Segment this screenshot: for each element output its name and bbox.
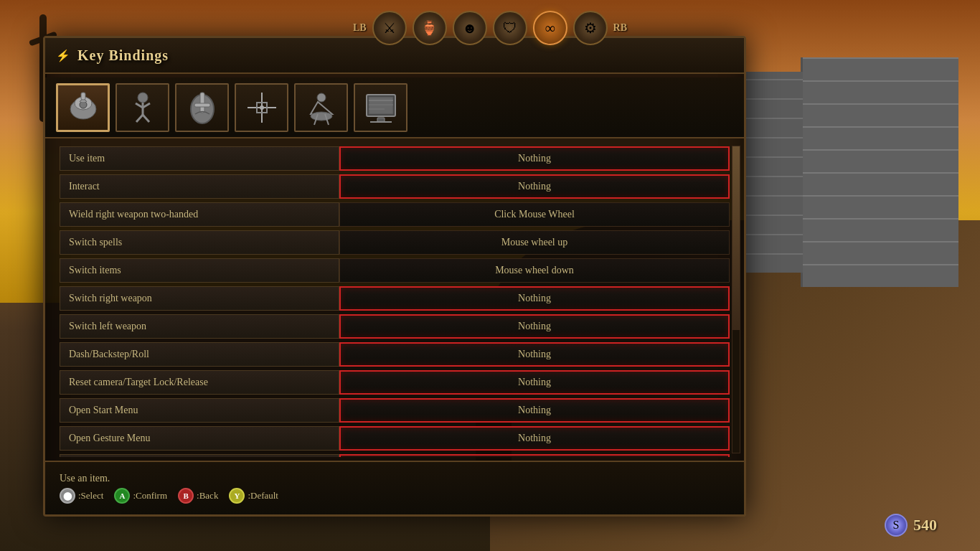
binding-row-switch-items: Switch items Mouse wheel down <box>60 258 730 283</box>
control-select: ⬤ :Select <box>60 488 103 504</box>
binding-row-start-menu: Open Start Menu Nothing <box>60 397 730 423</box>
svg-point-16 <box>260 105 264 110</box>
svg-point-18 <box>311 112 332 121</box>
binding-action-use-item: Use item <box>60 146 339 171</box>
category-tabs <box>45 77 744 138</box>
binding-row-jump: Jump Nothing <box>60 453 730 457</box>
binding-action-switch-left-weapon: Switch left weapon <box>60 314 339 339</box>
movement-category-icon <box>125 89 161 126</box>
stone-wall <box>801 57 958 287</box>
binding-action-gesture-menu: Open Gesture Menu <box>60 426 339 451</box>
svg-line-8 <box>136 115 143 122</box>
binding-row-gesture-menu: Open Gesture Menu Nothing <box>60 425 730 451</box>
binding-row-switch-left-weapon: Switch left weapon Nothing <box>60 314 730 339</box>
cat-tab-combat[interactable] <box>175 83 229 132</box>
cat-tab-roll[interactable] <box>294 83 348 132</box>
cat-tab-screen[interactable] <box>354 83 407 132</box>
cat-tab-movement[interactable] <box>116 83 169 132</box>
hint-text: Use an item. <box>60 473 730 484</box>
binding-row-wield-right: Wield right weapon two-handed Click Mous… <box>60 202 730 227</box>
currency-display: S 540 <box>885 514 937 537</box>
cat-tab-cursor[interactable] <box>235 83 288 132</box>
panel-title: Key Bindings <box>77 47 169 64</box>
svg-point-4 <box>138 93 148 103</box>
svg-rect-3 <box>81 93 85 100</box>
binding-action-start-menu: Open Start Menu <box>60 398 339 423</box>
bindings-list: Use item Nothing Interact Nothing Wield … <box>45 142 744 457</box>
binding-row-dash: Dash/Backstep/Roll Nothing <box>60 342 730 367</box>
binding-key-switch-items[interactable]: Mouse wheel down <box>339 258 730 283</box>
binding-key-gesture-menu[interactable]: Nothing <box>339 426 730 451</box>
control-default: Y :Default <box>229 488 278 504</box>
nav-right-label: RB <box>613 22 627 34</box>
control-confirm: A :Confirm <box>114 488 167 504</box>
nav-icon-armor[interactable]: 🛡 <box>493 11 527 45</box>
binding-action-wield-right: Wield right weapon two-handed <box>60 202 339 227</box>
binding-action-switch-right-weapon: Switch right weapon <box>60 286 339 311</box>
binding-action-switch-items: Switch items <box>60 258 339 283</box>
svg-line-9 <box>143 115 149 122</box>
panel-title-icon: ⚡ <box>56 49 70 62</box>
svg-point-17 <box>317 93 326 102</box>
binding-action-dash: Dash/Backstep/Roll <box>60 342 339 367</box>
nav-icon-sword[interactable]: ⚔ <box>372 11 407 45</box>
combat-category-icon <box>184 89 220 126</box>
binding-key-jump[interactable]: Nothing <box>339 454 730 457</box>
back-label: :Back <box>197 490 218 501</box>
svg-rect-20 <box>369 97 393 114</box>
scroll-bar[interactable] <box>732 146 740 453</box>
control-back: B :Back <box>178 488 218 504</box>
binding-action-interact: Interact <box>60 174 339 199</box>
default-button-icon: Y <box>229 488 245 504</box>
nav-icon-head[interactable]: ☻ <box>453 11 487 45</box>
binding-action-reset-camera: Reset camera/Target Lock/Release <box>60 370 339 395</box>
binding-row-switch-spells: Switch spells Mouse wheel up <box>60 230 730 255</box>
main-panel: ⚡ Key Bindings <box>43 36 746 517</box>
select-label: :Select <box>78 490 103 501</box>
binding-key-wield-right[interactable]: Click Mouse Wheel <box>339 202 730 227</box>
binding-row-interact: Interact Nothing <box>60 174 730 199</box>
items-category-icon <box>65 89 101 126</box>
roll-category-icon <box>303 89 339 126</box>
binding-row-use-item: Use item Nothing <box>60 146 730 171</box>
binding-key-switch-left-weapon[interactable]: Nothing <box>339 314 730 339</box>
nav-icon-gear[interactable]: ⚙ <box>573 11 608 45</box>
binding-key-switch-spells[interactable]: Mouse wheel up <box>339 230 730 255</box>
binding-row-reset-camera: Reset camera/Target Lock/Release Nothing <box>60 369 730 395</box>
svg-point-2 <box>80 101 87 108</box>
controls-row: ⬤ :Select A :Confirm B :Back Y :Default <box>60 488 730 504</box>
binding-action-switch-spells: Switch spells <box>60 230 339 255</box>
binding-row-switch-right-weapon: Switch right weapon Nothing <box>60 286 730 311</box>
svg-rect-11 <box>200 93 204 113</box>
currency-symbol: S <box>893 519 900 532</box>
binding-key-use-item[interactable]: Nothing <box>339 146 730 171</box>
binding-key-switch-right-weapon[interactable]: Nothing <box>339 286 730 311</box>
binding-key-interact[interactable]: Nothing <box>339 174 730 199</box>
currency-amount: 540 <box>913 516 937 534</box>
top-navigation: LB ⚔ 🏺 ☻ 🛡 ∞ ⚙ RB <box>353 11 627 45</box>
svg-rect-12 <box>194 103 210 107</box>
cursor-category-icon <box>244 89 280 126</box>
bottom-bar: Use an item. ⬤ :Select A :Confirm B :Bac… <box>45 461 744 514</box>
cat-tab-items[interactable] <box>56 83 110 132</box>
back-button-icon: B <box>178 488 194 504</box>
screen-category-icon <box>363 89 399 126</box>
confirm-button-icon: A <box>114 488 130 504</box>
currency-icon: S <box>885 514 908 537</box>
nav-left-label: LB <box>353 22 367 34</box>
binding-action-jump: Jump <box>60 454 339 457</box>
binding-key-reset-camera[interactable]: Nothing <box>339 370 730 395</box>
binding-key-start-menu[interactable]: Nothing <box>339 398 730 423</box>
binding-key-dash[interactable]: Nothing <box>339 342 730 367</box>
scroll-bar-thumb <box>732 146 740 330</box>
nav-icon-flask[interactable]: 🏺 <box>413 11 447 45</box>
confirm-label: :Confirm <box>133 490 167 501</box>
nav-icon-infinity[interactable]: ∞ <box>533 11 567 45</box>
default-label: :Default <box>248 490 278 501</box>
select-button-icon: ⬤ <box>60 488 75 504</box>
